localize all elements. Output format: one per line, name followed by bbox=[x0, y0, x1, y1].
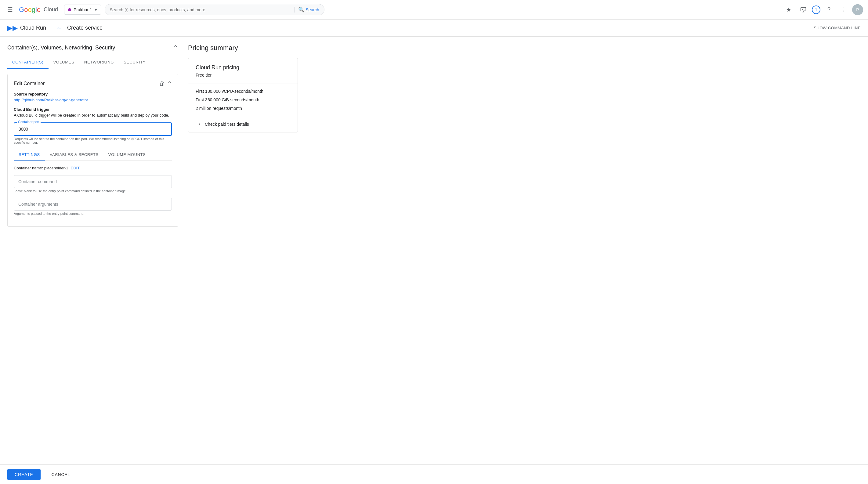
cloud-run-icon: ▶▶ bbox=[7, 24, 18, 32]
left-panel: Container(s), Volumes, Networking, Secur… bbox=[7, 44, 178, 460]
search-button-label: Search bbox=[306, 7, 319, 12]
page-title: Create service bbox=[67, 25, 102, 31]
container-command-input[interactable] bbox=[14, 175, 172, 188]
inner-tab-variables[interactable]: VARIABLES & SECRETS bbox=[45, 149, 103, 161]
google-cloud-logo: Google Cloud bbox=[19, 6, 58, 14]
container-tabs: CONTAINER(S) VOLUMES NETWORKING SECURITY bbox=[7, 56, 178, 69]
check-paid-tiers-link[interactable]: → Check paid tiers details bbox=[196, 121, 290, 127]
container-command-field: Leave blank to use the entry point comma… bbox=[14, 175, 172, 193]
collapse-card-icon[interactable]: ⌃ bbox=[167, 80, 172, 87]
cloud-run-title: Cloud Run bbox=[20, 25, 46, 31]
source-repository-field: Source repository http://github.com/Prak… bbox=[14, 92, 172, 102]
tab-networking[interactable]: NETWORKING bbox=[79, 56, 119, 69]
port-input[interactable] bbox=[14, 122, 172, 136]
container-args-helper: Arguments passed to the entry point comm… bbox=[14, 212, 172, 216]
back-button[interactable]: ← bbox=[56, 24, 62, 31]
search-button[interactable]: 🔍 Search bbox=[294, 7, 319, 12]
star-icon[interactable]: ★ bbox=[782, 4, 795, 16]
search-icon: 🔍 bbox=[298, 7, 304, 12]
main-content: Container(s), Volumes, Networking, Secur… bbox=[0, 37, 868, 484]
project-name: Prakhar 1 bbox=[73, 7, 92, 12]
pricing-item-1: First 360,000 GiB-seconds/month bbox=[196, 97, 290, 102]
pricing-card: Cloud Run pricing Free tier First 180,00… bbox=[188, 58, 298, 132]
project-selector[interactable]: Prakhar 1 ▾ bbox=[64, 5, 101, 14]
pricing-item-2: 2 million requests/month bbox=[196, 106, 290, 111]
card-icons: 🗑 ⌃ bbox=[159, 80, 172, 87]
build-trigger-field: Cloud Build trigger A Cloud Build trigge… bbox=[14, 107, 172, 118]
container-command-helper: Leave blank to use the entry point comma… bbox=[14, 189, 172, 193]
container-card: Edit Container 🗑 ⌃ Source repository htt… bbox=[7, 74, 178, 227]
top-navigation: ☰ Google Cloud Prakhar 1 ▾ 🔍 Search ★ 1 … bbox=[0, 0, 868, 20]
cancel-button[interactable]: CANCEL bbox=[44, 469, 78, 480]
pricing-card-title: Cloud Run pricing bbox=[196, 64, 290, 71]
project-dot-icon bbox=[68, 8, 71, 11]
source-label: Source repository bbox=[14, 92, 172, 96]
user-avatar[interactable]: P bbox=[852, 4, 863, 15]
tab-volumes[interactable]: VOLUMES bbox=[49, 56, 79, 69]
build-label: Cloud Build trigger bbox=[14, 107, 172, 112]
source-value: http://github.com/Prakhar-org/qr-generat… bbox=[14, 98, 172, 102]
right-panel: Pricing summary Cloud Run pricing Free t… bbox=[188, 44, 861, 460]
port-input-wrapper: Container port bbox=[14, 122, 172, 136]
search-bar: 🔍 Search bbox=[105, 4, 324, 15]
container-args-input[interactable] bbox=[14, 198, 172, 211]
terminal-icon[interactable] bbox=[797, 4, 809, 16]
check-paid-tiers-label: Check paid tiers details bbox=[205, 122, 249, 127]
container-args-field: Arguments passed to the entry point comm… bbox=[14, 198, 172, 216]
pricing-title: Pricing summary bbox=[188, 44, 861, 52]
pricing-card-header: Cloud Run pricing Free tier bbox=[188, 58, 298, 84]
notification-badge[interactable]: 1 bbox=[812, 5, 820, 14]
show-command-line-button[interactable]: SHOW COMMAND LINE bbox=[814, 26, 861, 30]
inner-tabs: SETTINGS VARIABLES & SECRETS VOLUME MOUN… bbox=[14, 149, 172, 161]
pricing-free-tier-badge: Free tier bbox=[196, 73, 290, 77]
port-floating-label: Container port bbox=[17, 120, 40, 124]
notification-count: 1 bbox=[815, 7, 817, 12]
build-value: A Cloud Build trigger will be created in… bbox=[14, 113, 172, 118]
container-name-label: Container name: placeholder-1 bbox=[14, 166, 68, 170]
section-header: Container(s), Volumes, Networking, Secur… bbox=[7, 44, 178, 51]
arrow-right-icon: → bbox=[196, 121, 201, 127]
pricing-card-body: First 180,000 vCPU-seconds/month First 3… bbox=[188, 84, 298, 116]
source-link[interactable]: http://github.com/Prakhar-org/qr-generat… bbox=[14, 98, 88, 102]
help-icon[interactable]: ? bbox=[823, 4, 835, 16]
edit-container-name-link[interactable]: EDIT bbox=[71, 166, 80, 170]
create-button[interactable]: CREATE bbox=[7, 469, 40, 480]
pricing-item-0: First 180,000 vCPU-seconds/month bbox=[196, 89, 290, 94]
inner-tab-volume-mounts[interactable]: VOLUME MOUNTS bbox=[103, 149, 151, 161]
tab-security[interactable]: SECURITY bbox=[119, 56, 151, 69]
container-card-title: Edit Container bbox=[14, 81, 44, 86]
collapse-icon[interactable]: ⌃ bbox=[173, 44, 178, 51]
inner-tab-settings[interactable]: SETTINGS bbox=[14, 149, 45, 161]
pricing-card-footer: → Check paid tiers details bbox=[188, 116, 298, 132]
svg-text:P: P bbox=[856, 7, 859, 12]
port-helper: Requests will be sent to the container o… bbox=[14, 137, 172, 144]
chevron-down-icon: ▾ bbox=[95, 7, 97, 12]
delete-icon[interactable]: 🗑 bbox=[159, 80, 165, 87]
bottom-bar: CREATE CANCEL bbox=[0, 464, 868, 484]
nav-icons: ★ 1 ? ⋮ P bbox=[782, 4, 863, 16]
separator bbox=[51, 24, 51, 32]
secondary-header: ▶▶ Cloud Run ← Create service SHOW COMMA… bbox=[0, 20, 868, 37]
cloud-run-logo: ▶▶ Cloud Run bbox=[7, 24, 46, 32]
section-title: Container(s), Volumes, Networking, Secur… bbox=[7, 44, 115, 51]
hamburger-icon[interactable]: ☰ bbox=[5, 4, 15, 16]
more-options-icon[interactable]: ⋮ bbox=[837, 4, 850, 16]
container-name-row: Container name: placeholder-1 EDIT bbox=[14, 166, 172, 170]
port-field: Container port Requests will be sent to … bbox=[14, 122, 172, 144]
search-input[interactable] bbox=[110, 7, 292, 12]
tab-containers[interactable]: CONTAINER(S) bbox=[7, 56, 49, 69]
svg-rect-0 bbox=[801, 7, 806, 11]
container-card-header: Edit Container 🗑 ⌃ bbox=[14, 80, 172, 87]
